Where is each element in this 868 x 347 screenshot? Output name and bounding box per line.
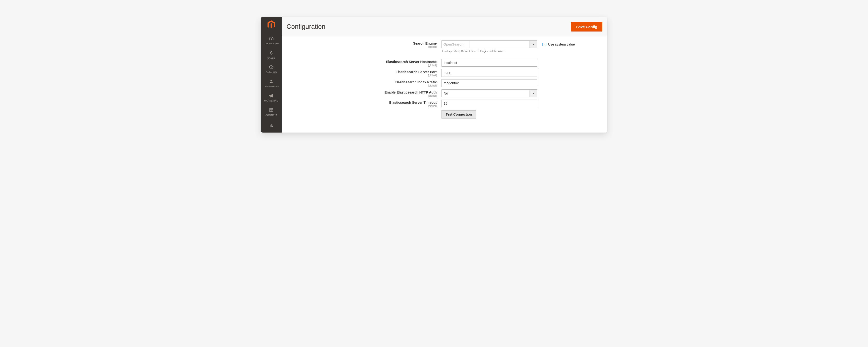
prefix-input[interactable] bbox=[441, 79, 537, 87]
content-area: Configuration Save Config Search Engine … bbox=[282, 17, 607, 133]
admin-window: DASHBOARD SALES CATALOG CUSTOMERS MARKET bbox=[261, 17, 607, 133]
page-title: Configuration bbox=[286, 23, 326, 31]
chart-bars-icon bbox=[268, 123, 274, 128]
timeout-input[interactable] bbox=[441, 99, 537, 107]
dollar-icon bbox=[268, 50, 274, 56]
scope-label: [global] bbox=[286, 84, 437, 87]
sidebar-item-label: MARKETING bbox=[264, 99, 278, 102]
httpauth-select[interactable]: No bbox=[441, 89, 537, 97]
use-system-value[interactable]: Use system value bbox=[542, 42, 575, 46]
select-value: No bbox=[442, 91, 450, 95]
scope-label: [global] bbox=[286, 94, 437, 97]
field-label: Search Engine bbox=[286, 41, 437, 45]
use-system-value-label: Use system value bbox=[548, 42, 575, 46]
scope-label: [global] bbox=[286, 45, 437, 48]
field-label: Enable Elasticsearch HTTP Auth bbox=[286, 90, 437, 94]
save-config-button[interactable]: Save Config bbox=[571, 22, 602, 31]
scope-label: [global] bbox=[286, 105, 437, 107]
field-test-connection: Test Connection bbox=[286, 110, 602, 118]
sidebar-item-content[interactable]: CONTENT bbox=[261, 105, 282, 119]
sidebar-item-customers[interactable]: CUSTOMERS bbox=[261, 76, 282, 91]
field-label: Elasticsearch Index Prefix bbox=[286, 80, 437, 84]
port-input[interactable] bbox=[441, 69, 537, 77]
chevron-down-icon bbox=[529, 90, 537, 97]
sidebar-item-catalog[interactable]: CATALOG bbox=[261, 62, 282, 76]
megaphone-icon bbox=[268, 93, 274, 98]
field-label: Elasticsearch Server Timeout bbox=[286, 100, 437, 105]
scope-label: [global] bbox=[286, 74, 437, 77]
use-system-value-checkbox[interactable] bbox=[542, 42, 546, 46]
sidebar-item-label: CONTENT bbox=[266, 114, 277, 116]
select-value: OpenSearch bbox=[442, 41, 470, 48]
sidebar-item-label: DASHBOARD bbox=[264, 42, 279, 45]
person-icon bbox=[268, 79, 274, 84]
box-icon bbox=[268, 64, 274, 70]
chevron-down-icon bbox=[529, 41, 537, 48]
field-label: Elasticsearch Server Port bbox=[286, 70, 437, 74]
sidebar-item-label: CUSTOMERS bbox=[264, 85, 279, 88]
field-httpauth: Enable Elasticsearch HTTP Auth [global] … bbox=[286, 89, 602, 97]
layout-icon bbox=[268, 107, 274, 113]
config-form: Search Engine [global] OpenSearch Use sy… bbox=[282, 36, 607, 133]
field-prefix: Elasticsearch Index Prefix [global] bbox=[286, 79, 602, 87]
sidebar-item-reports[interactable] bbox=[261, 119, 282, 131]
sidebar-item-label: CATALOG bbox=[266, 71, 277, 74]
search-engine-select[interactable]: OpenSearch bbox=[441, 40, 537, 48]
sidebar-item-label: SALES bbox=[268, 56, 275, 59]
hostname-input[interactable] bbox=[441, 59, 537, 67]
gauge-icon bbox=[268, 36, 274, 41]
magento-logo-icon bbox=[261, 17, 282, 33]
page-header: Configuration Save Config bbox=[282, 17, 607, 36]
sidebar-item-dashboard[interactable]: DASHBOARD bbox=[261, 33, 282, 48]
admin-sidebar: DASHBOARD SALES CATALOG CUSTOMERS MARKET bbox=[261, 17, 282, 133]
sidebar-item-sales[interactable]: SALES bbox=[261, 48, 282, 62]
field-helper: If not specified, Default Search Engine … bbox=[441, 50, 575, 53]
field-hostname: Elasticsearch Server Hostname [global] bbox=[286, 59, 602, 67]
field-timeout: Elasticsearch Server Timeout [global] bbox=[286, 99, 602, 107]
field-search-engine: Search Engine [global] OpenSearch Use sy… bbox=[286, 40, 602, 53]
field-port: Elasticsearch Server Port [global] bbox=[286, 69, 602, 77]
test-connection-button[interactable]: Test Connection bbox=[441, 110, 476, 118]
sidebar-item-marketing[interactable]: MARKETING bbox=[261, 91, 282, 105]
scope-label: [global] bbox=[286, 64, 437, 67]
field-label: Elasticsearch Server Hostname bbox=[286, 60, 437, 64]
